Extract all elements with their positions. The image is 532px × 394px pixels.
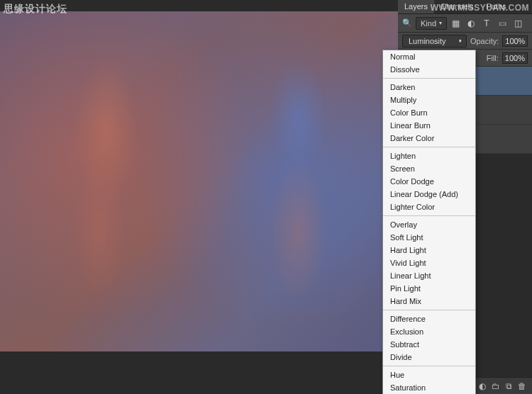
dropdown-separator xyxy=(383,78,475,79)
blend-option-pin-light[interactable]: Pin Light xyxy=(383,282,475,295)
image-figure-left xyxy=(28,40,170,295)
canvas[interactable] xyxy=(0,11,398,351)
blend-option-screen[interactable]: Screen xyxy=(383,162,475,175)
blend-mode-row: Luminosity ♦ Opacity: 100% xyxy=(398,33,532,50)
opacity-label: Opacity: xyxy=(470,37,499,45)
blend-option-color-burn[interactable]: Color Burn xyxy=(383,106,475,119)
filter-kind-select[interactable]: Kind ▾ xyxy=(416,17,447,30)
blend-option-vivid-light[interactable]: Vivid Light xyxy=(383,257,475,269)
delete-layer-icon[interactable]: 🗑 xyxy=(518,381,526,391)
filter-search-icon: 🔍 xyxy=(402,18,412,28)
blend-option-linear-burn[interactable]: Linear Burn xyxy=(383,119,475,132)
dropdown-separator xyxy=(383,147,475,147)
blend-option-hard-mix[interactable]: Hard Mix xyxy=(383,295,475,308)
blend-mode-value: Luminosity xyxy=(409,37,446,45)
watermark-right: WWW.MISSYUAN.COM xyxy=(431,3,529,13)
blend-option-hard-light[interactable]: Hard Light xyxy=(383,244,475,257)
blend-option-saturation[interactable]: Saturation xyxy=(383,381,475,394)
pixel-filter-icon[interactable]: ▦ xyxy=(450,18,460,28)
blend-option-exclusion[interactable]: Exclusion xyxy=(383,325,475,338)
blend-option-subtract[interactable]: Subtract xyxy=(383,338,475,351)
blend-option-lighten[interactable]: Lighten xyxy=(383,150,475,162)
type-filter-icon[interactable]: T xyxy=(482,18,492,28)
adjust-filter-icon[interactable]: ◐ xyxy=(466,18,476,28)
tab-layers[interactable]: Layers xyxy=(398,0,434,13)
blend-option-difference[interactable]: Difference xyxy=(383,313,475,325)
dropdown-separator xyxy=(383,366,475,366)
image-figure-right xyxy=(227,40,369,295)
filter-kind-label: Kind xyxy=(421,19,436,28)
chevron-down-icon: ▾ xyxy=(439,20,442,26)
blend-option-divide[interactable]: Divide xyxy=(383,351,475,364)
blend-option-normal[interactable]: Normal xyxy=(383,50,475,63)
dropdown-separator xyxy=(383,310,475,310)
dropdown-separator xyxy=(383,215,475,216)
blend-option-linear-dodge-add-[interactable]: Linear Dodge (Add) xyxy=(383,188,475,201)
smart-filter-icon[interactable]: ◫ xyxy=(513,18,523,28)
blend-option-hue[interactable]: Hue xyxy=(383,368,475,381)
blend-option-darken[interactable]: Darken xyxy=(383,81,475,94)
blend-option-soft-light[interactable]: Soft Light xyxy=(383,231,475,244)
blend-mode-dropdown[interactable]: NormalDissolveDarkenMultiplyColor BurnLi… xyxy=(382,50,476,394)
blend-option-lighter-color[interactable]: Lighter Color xyxy=(383,201,475,213)
layer-filter-row: 🔍 Kind ▾ ▦ ◐ T ▭ ◫ xyxy=(398,14,532,33)
fill-value[interactable]: 100% xyxy=(502,52,528,64)
filter-type-icons: ▦ ◐ T ▭ ◫ xyxy=(450,18,523,28)
blend-option-overlay[interactable]: Overlay xyxy=(383,218,475,231)
new-layer-icon[interactable]: ⧉ xyxy=(506,381,512,391)
chevron-updown-icon: ♦ xyxy=(459,38,462,44)
shape-filter-icon[interactable]: ▭ xyxy=(497,18,507,28)
layers-panel-area: Layers Channels Paths 🔍 Kind ▾ ▦ ◐ T ▭ ◫… xyxy=(398,0,532,394)
blend-option-multiply[interactable]: Multiply xyxy=(383,94,475,106)
fill-label: Fill: xyxy=(487,54,499,62)
blend-mode-select[interactable]: Luminosity ♦ xyxy=(402,35,467,47)
new-group-icon[interactable]: 🗀 xyxy=(492,381,500,391)
watermark-left: 思缘设计论坛 xyxy=(4,3,67,16)
blend-option-color-dodge[interactable]: Color Dodge xyxy=(383,175,475,188)
blend-option-dissolve[interactable]: Dissolve xyxy=(383,63,475,76)
blend-option-linear-light[interactable]: Linear Light xyxy=(383,269,475,282)
new-fill-adj-icon[interactable]: ◐ xyxy=(479,381,486,391)
blend-option-darker-color[interactable]: Darker Color xyxy=(383,132,475,145)
opacity-value[interactable]: 100% xyxy=(502,35,528,47)
